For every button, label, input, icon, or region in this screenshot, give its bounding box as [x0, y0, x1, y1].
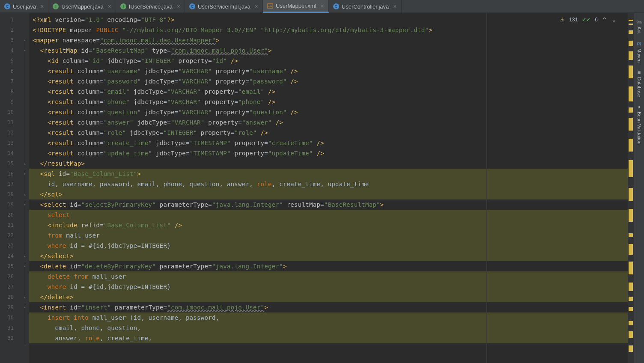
code-line: where id = #{id,jdbcType=INTEGER}	[29, 241, 628, 251]
code-line: <result column="username" jdbcType="VARC…	[29, 66, 628, 76]
fold-toggle[interactable]: ▾	[21, 302, 29, 312]
fold-toggle[interactable]: ▴	[21, 292, 29, 302]
warning-marker[interactable]	[629, 20, 633, 21]
code-line: insert into mall_user (id, username, pas…	[29, 312, 628, 323]
tab-usercontroller-java[interactable]: C UserController.java ×	[329, 0, 402, 13]
line-number: 18	[0, 189, 21, 199]
tool-ant[interactable]: 🐜 Ant	[635, 16, 643, 36]
fold-marker	[21, 25, 29, 35]
fold-toggle[interactable]: ▴	[21, 189, 29, 199]
warning-marker[interactable]	[629, 65, 633, 78]
bean-validation-icon: ⚬	[637, 104, 641, 110]
code-line: select	[29, 210, 628, 220]
fold-marker	[21, 312, 29, 323]
line-number: 16	[0, 169, 21, 179]
line-number: 2	[0, 25, 21, 35]
warning-marker[interactable]	[629, 345, 633, 352]
xml-icon: </>	[267, 3, 273, 9]
line-number: 23	[0, 241, 21, 251]
inspection-status: ⚠ 131 ✔✔ 6 ⌃ ⌄	[558, 15, 618, 24]
tool-database[interactable]: ≡ Database	[636, 67, 643, 100]
warning-marker[interactable]	[629, 283, 633, 291]
tab-userserviceimpl-java[interactable]: C UserServiceImpl.java ×	[185, 0, 263, 13]
fold-toggle[interactable]: ▾	[21, 45, 29, 56]
line-number: 8	[0, 86, 21, 97]
warning-marker[interactable]	[629, 209, 633, 222]
fold-marker	[21, 148, 29, 158]
next-highlight-icon[interactable]: ⌄	[611, 16, 617, 23]
indent-guide	[486, 13, 487, 363]
warning-marker[interactable]	[629, 160, 633, 177]
tool-label: Maven	[637, 48, 642, 62]
code-line: <?xml version="1.0" encoding="UTF-8"?>	[29, 15, 628, 25]
code-line: <resultMap id="BaseResultMap" type="com.…	[29, 45, 628, 56]
line-number: 22	[0, 230, 21, 241]
prev-highlight-icon[interactable]: ⌃	[602, 16, 607, 23]
tab-label: User.java	[13, 3, 36, 10]
tab-iuserservice-java[interactable]: I IUserService.java ×	[116, 0, 185, 13]
tab-usermapper-xml[interactable]: </> UserMapper.xml ×	[263, 0, 329, 13]
code-line: id, username, password, email, phone, qu…	[29, 179, 628, 189]
warning-icon[interactable]: ⚠	[560, 17, 565, 23]
close-icon[interactable]: ×	[108, 3, 111, 10]
close-icon[interactable]: ×	[393, 3, 397, 10]
warning-marker[interactable]	[629, 233, 633, 237]
fold-toggle[interactable]: ▾	[21, 261, 29, 271]
warning-marker[interactable]	[629, 331, 633, 338]
code-line: <delete id="deleteByPrimaryKey" paramete…	[29, 261, 628, 271]
fold-marker	[21, 107, 29, 117]
line-number: 20	[0, 210, 21, 220]
fold-toggle[interactable]: ▾	[21, 35, 29, 45]
code-line: answer, role, create_time,	[29, 333, 628, 343]
close-icon[interactable]: ×	[40, 3, 44, 10]
fold-toggle[interactable]: ▾	[21, 169, 29, 179]
main-area: 1 2 3 4 5 6 7 8 9 10 11 12 13 14 15 16 1…	[0, 13, 644, 363]
line-number: 5	[0, 56, 21, 66]
fold-marker	[21, 86, 29, 97]
code-line: <result column="create_time" jdbcType="T…	[29, 138, 628, 148]
line-number: 4	[0, 45, 21, 56]
warning-marker[interactable]	[629, 262, 633, 274]
warning-marker[interactable]	[629, 30, 633, 34]
tab-bar: C User.java × I UserMapper.java × I IUse…	[0, 0, 644, 13]
warning-marker[interactable]	[629, 24, 633, 25]
fold-marker	[21, 333, 29, 343]
right-tool-sidebar: 🐜 Ant m Maven ≡ Database ⚬ Bean Validati…	[634, 13, 644, 363]
warning-marker[interactable]	[629, 41, 633, 46]
code-line: <id column="id" jdbcType="INTEGER" prope…	[29, 56, 628, 66]
code-content[interactable]: <?xml version="1.0" encoding="UTF-8"?> <…	[29, 13, 628, 363]
warning-marker[interactable]	[629, 107, 633, 113]
fold-marker	[21, 210, 29, 220]
warning-marker[interactable]	[629, 51, 633, 60]
fold-toggle[interactable]: ▴	[21, 158, 29, 169]
editor[interactable]: 1 2 3 4 5 6 7 8 9 10 11 12 13 14 15 16 1…	[0, 13, 634, 363]
tool-bean-validation[interactable]: ⚬ Bean Validation	[636, 101, 643, 147]
code-line: <result column="role" jdbcType="INTEGER"…	[29, 128, 628, 138]
code-line: <mapper namespace="com.imooc.mall.dao.Us…	[29, 35, 628, 45]
warning-marker[interactable]	[629, 139, 633, 152]
tab-usermapper-java[interactable]: I UserMapper.java ×	[48, 0, 116, 13]
warning-marker[interactable]	[629, 188, 633, 201]
warning-marker[interactable]	[629, 307, 633, 311]
fold-toggle[interactable]: ▴	[21, 251, 29, 261]
warning-marker[interactable]	[629, 86, 633, 101]
tool-maven[interactable]: m Maven	[636, 38, 643, 65]
class-icon: C	[189, 3, 195, 9]
fold-toggle[interactable]: ▾	[21, 199, 29, 210]
close-icon[interactable]: ×	[177, 3, 180, 10]
code-line: <sql id="Base_Column_List">	[29, 169, 628, 179]
class-icon: C	[333, 3, 339, 9]
tab-user-java[interactable]: C User.java ×	[0, 0, 48, 13]
check-icon[interactable]: ✔✔	[582, 17, 590, 23]
fold-marker	[21, 271, 29, 282]
line-number: 24	[0, 251, 21, 261]
warning-marker[interactable]	[629, 321, 633, 325]
line-number: 11	[0, 117, 21, 128]
close-icon[interactable]: ×	[255, 3, 258, 10]
warning-marker[interactable]	[629, 118, 633, 131]
error-stripe[interactable]	[628, 13, 634, 363]
close-icon[interactable]: ×	[321, 3, 324, 9]
code-line: <include refid="Base_Column_List" />	[29, 220, 628, 230]
warning-marker[interactable]	[629, 244, 633, 255]
warning-marker[interactable]	[629, 297, 633, 301]
